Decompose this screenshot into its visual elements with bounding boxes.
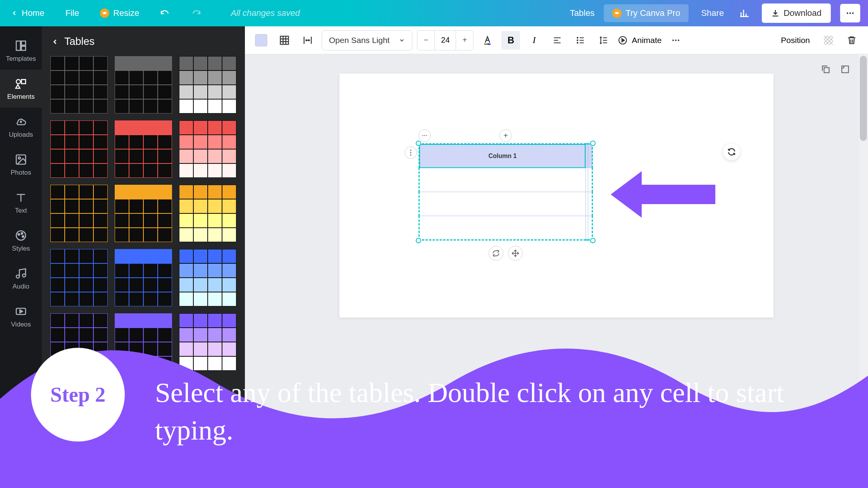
table-cell[interactable] bbox=[588, 216, 592, 240]
svg-point-6 bbox=[16, 79, 21, 84]
table-thumbnail[interactable] bbox=[178, 184, 237, 243]
more-toolbar-button[interactable] bbox=[666, 31, 685, 50]
add-page-button[interactable]: + Add bbox=[546, 455, 567, 465]
list-button[interactable] bbox=[571, 31, 590, 50]
table-more-button[interactable] bbox=[418, 129, 431, 142]
table-thumbnail[interactable] bbox=[114, 55, 173, 114]
palette-icon bbox=[14, 229, 28, 242]
sync-button[interactable] bbox=[489, 246, 503, 261]
move-button[interactable] bbox=[508, 246, 523, 261]
table-cell[interactable] bbox=[419, 168, 586, 192]
table-thumbnail[interactable] bbox=[50, 120, 108, 179]
table-cell[interactable] bbox=[419, 216, 586, 240]
size-decrease[interactable]: − bbox=[417, 36, 434, 45]
svg-point-34 bbox=[410, 150, 412, 151]
align-button[interactable] bbox=[548, 31, 567, 50]
rail-templates[interactable]: Templates bbox=[0, 32, 42, 70]
svg-rect-30 bbox=[842, 66, 848, 72]
scrollbar[interactable] bbox=[859, 54, 868, 488]
rail-text[interactable]: Text bbox=[0, 184, 42, 222]
resize-handle[interactable] bbox=[416, 238, 421, 243]
doc-title[interactable]: Tables bbox=[570, 8, 595, 18]
table-row[interactable]: Column 1 bbox=[419, 144, 592, 168]
table-thumbnail[interactable] bbox=[114, 248, 173, 307]
canvas-scroll[interactable]: + Column 1 bbox=[245, 54, 868, 488]
table-cell[interactable] bbox=[419, 192, 586, 216]
table-row[interactable] bbox=[419, 192, 592, 216]
try-pro-button[interactable]: Try Canva Pro bbox=[604, 4, 689, 22]
italic-button[interactable]: I bbox=[525, 31, 543, 50]
home-button[interactable]: Home bbox=[8, 6, 48, 21]
redo-button[interactable] bbox=[188, 6, 204, 21]
resize-handle[interactable] bbox=[590, 238, 596, 243]
duplicate-icon[interactable] bbox=[821, 64, 831, 74]
table-thumbnail[interactable] bbox=[50, 248, 108, 307]
table-thumbnail[interactable] bbox=[178, 248, 237, 307]
row-more-button[interactable] bbox=[405, 146, 417, 159]
spacing-icon bbox=[302, 35, 313, 46]
expand-icon[interactable] bbox=[840, 64, 850, 74]
rail-photos[interactable]: Photos bbox=[0, 146, 42, 184]
spacing-button[interactable] bbox=[298, 31, 317, 50]
table-cell[interactable] bbox=[588, 168, 592, 192]
save-status: All changes saved bbox=[231, 8, 300, 18]
svg-point-10 bbox=[16, 231, 26, 240]
svg-point-11 bbox=[18, 234, 20, 235]
dots-icon bbox=[671, 36, 680, 45]
insights-button[interactable] bbox=[736, 6, 753, 21]
font-size-input[interactable]: 24 bbox=[434, 31, 456, 50]
canvas-page[interactable]: + Column 1 bbox=[339, 74, 773, 318]
table-thumbnail[interactable] bbox=[114, 313, 173, 371]
resize-handle[interactable] bbox=[590, 141, 596, 146]
bold-button[interactable]: B bbox=[501, 31, 520, 50]
download-button[interactable]: Download bbox=[762, 3, 831, 23]
transparency-button[interactable] bbox=[819, 31, 838, 50]
share-button[interactable]: Share bbox=[698, 6, 727, 21]
size-increase[interactable]: + bbox=[456, 36, 473, 45]
table-cell[interactable] bbox=[588, 144, 592, 168]
more-menu-button[interactable] bbox=[840, 4, 860, 22]
text-color-button[interactable] bbox=[478, 31, 497, 50]
resize-handle[interactable] bbox=[416, 141, 421, 146]
line-spacing-button[interactable] bbox=[594, 31, 613, 50]
rail-styles[interactable]: Styles bbox=[0, 222, 42, 259]
table-thumbnail[interactable] bbox=[178, 313, 237, 371]
table-thumbnail[interactable] bbox=[50, 184, 108, 243]
svg-point-13 bbox=[22, 236, 24, 237]
svg-point-36 bbox=[410, 155, 412, 156]
border-button[interactable] bbox=[275, 31, 294, 50]
inserted-table[interactable]: Column 1 bbox=[418, 143, 593, 241]
table-row[interactable] bbox=[419, 168, 592, 192]
rail-elements[interactable]: Elements bbox=[0, 70, 42, 108]
undo-button[interactable] bbox=[157, 6, 173, 21]
rail-videos[interactable]: Videos bbox=[0, 297, 42, 335]
chevron-down-icon bbox=[399, 37, 405, 43]
table-cell-active[interactable]: Column 1 bbox=[419, 144, 586, 168]
table-thumbnail[interactable] bbox=[50, 55, 108, 114]
delete-button[interactable] bbox=[842, 31, 861, 50]
table-row[interactable] bbox=[419, 216, 592, 240]
refresh-icon bbox=[727, 147, 736, 156]
table-thumbnail[interactable] bbox=[114, 120, 173, 179]
table-thumbnail[interactable] bbox=[178, 120, 237, 179]
position-button[interactable]: Position bbox=[781, 36, 810, 45]
table-cell[interactable] bbox=[588, 192, 592, 216]
crown-icon bbox=[612, 9, 622, 18]
add-column-button[interactable]: + bbox=[499, 129, 512, 142]
rail-audio[interactable]: Audio bbox=[0, 259, 42, 297]
font-size-group: − 24 + bbox=[417, 30, 474, 50]
table-thumbnail[interactable] bbox=[114, 184, 173, 243]
animate-button[interactable]: Animate bbox=[618, 35, 661, 45]
fill-color-button[interactable] bbox=[252, 31, 270, 50]
table-thumbnail[interactable] bbox=[178, 55, 237, 114]
svg-rect-5 bbox=[21, 46, 26, 50]
table-element[interactable]: + Column 1 bbox=[418, 143, 593, 241]
refresh-button[interactable] bbox=[723, 143, 740, 160]
file-menu[interactable]: File bbox=[62, 6, 82, 21]
font-dropdown[interactable]: Open Sans Light bbox=[322, 30, 412, 50]
rail-uploads[interactable]: Uploads bbox=[0, 108, 42, 146]
chevron-left-icon[interactable] bbox=[51, 38, 59, 46]
resize-button[interactable]: Resize bbox=[97, 6, 142, 21]
table-thumbnail[interactable] bbox=[50, 313, 108, 371]
scrollbar-thumb[interactable] bbox=[860, 56, 867, 141]
